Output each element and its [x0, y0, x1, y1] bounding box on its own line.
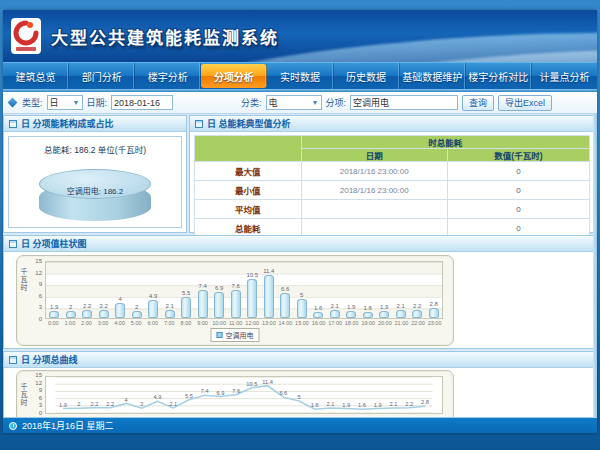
table-corner-cell: [195, 136, 302, 162]
x-tick-label: 22:00: [410, 320, 427, 326]
svg-text:7.4: 7.4: [201, 388, 209, 394]
x-tick-label: 2:00: [78, 320, 95, 326]
subitem-input[interactable]: [350, 95, 458, 110]
pie-panel-header: 日 分项能耗构成或占比: [4, 116, 186, 132]
bar[interactable]: [82, 310, 92, 318]
type-select[interactable]: 日▼: [47, 95, 83, 110]
bar-value-label: 1.9: [50, 304, 58, 310]
bar-value-label: 2.2: [100, 303, 108, 309]
nav-item-department-analysis[interactable]: 部门分析: [69, 63, 135, 89]
bar[interactable]: [66, 311, 76, 318]
bar-value-label: 2.1: [331, 303, 339, 309]
nav-item-building-comparison[interactable]: 楼宇分析对比: [466, 63, 532, 89]
line-y-axis-label: 千瓦时: [19, 383, 28, 407]
bar[interactable]: [346, 311, 356, 318]
bar[interactable]: [214, 292, 224, 318]
x-tick-label: 8:00: [178, 320, 195, 326]
nav-item-building-overview[interactable]: 建筑总览: [3, 63, 69, 89]
bar[interactable]: [396, 310, 406, 318]
nav-item-history-data[interactable]: 历史数据: [334, 63, 400, 89]
bar[interactable]: [99, 310, 109, 318]
bar-value-label: 2: [135, 304, 138, 310]
bar[interactable]: [429, 308, 439, 318]
panel-icon: [9, 240, 17, 248]
export-excel-button[interactable]: 导出Excel: [498, 95, 552, 111]
svg-text:1.6: 1.6: [358, 402, 366, 408]
y-tick-label: 0: [39, 316, 42, 322]
legend-swatch: [217, 332, 223, 338]
bar[interactable]: [297, 299, 307, 318]
bar[interactable]: [313, 312, 323, 318]
bar-value-label: 2.2: [413, 303, 421, 309]
bar-slot: 1.9: [343, 262, 360, 318]
bar[interactable]: [379, 311, 389, 318]
x-tick-label: 17:00: [327, 320, 344, 326]
bar[interactable]: [148, 300, 158, 318]
bar[interactable]: [115, 303, 125, 318]
y-tick-label: 3: [39, 304, 42, 310]
header-banner: 大型公共建筑能耗监测系统: [3, 10, 597, 62]
nav-item-realtime-data[interactable]: 实时数据: [267, 63, 333, 89]
category-select[interactable]: 电▼: [266, 95, 322, 110]
row-label: 平均值: [195, 200, 302, 219]
bar-slot: 6.6: [277, 262, 294, 318]
status-bar: 2018年1月16日 星期二: [3, 418, 597, 433]
bar[interactable]: [280, 293, 290, 318]
bar[interactable]: [363, 312, 373, 318]
bar-value-label: 2.2: [83, 303, 91, 309]
bar[interactable]: [181, 297, 191, 318]
nav-item-building-analysis[interactable]: 楼宇分析: [135, 63, 201, 89]
bar-value-label: 5.5: [182, 290, 190, 296]
date-input[interactable]: [111, 95, 173, 110]
bar-slot: 2.2: [79, 262, 96, 318]
svg-text:2.2: 2.2: [91, 401, 99, 407]
bar[interactable]: [165, 310, 175, 318]
bar[interactable]: [49, 311, 59, 318]
bar[interactable]: [198, 290, 208, 318]
nav-item-basic-data-maintenance[interactable]: 基础数据维护: [400, 63, 466, 89]
bar-value-label: 1.9: [347, 304, 355, 310]
bar[interactable]: [231, 290, 241, 318]
svg-text:1.9: 1.9: [59, 402, 67, 408]
col-header-date: 日期: [301, 149, 447, 162]
bar-slot: 2.8: [426, 262, 443, 318]
bar-value-label: 6.6: [281, 286, 289, 292]
bar[interactable]: [132, 311, 142, 318]
x-tick-label: 9:00: [194, 320, 211, 326]
bar[interactable]: [412, 310, 422, 318]
clock-icon: [9, 422, 17, 430]
pie-chart[interactable]: 空调用电: 186.2: [39, 169, 151, 223]
vertical-scrollbar[interactable]: [593, 114, 597, 418]
chevron-down-icon: ▼: [312, 99, 319, 106]
x-tick-label: 4:00: [111, 320, 128, 326]
status-date-text: 2018年1月16日 星期二: [22, 419, 114, 432]
bar-slot: 2.2: [409, 262, 426, 318]
x-tick-label: 23:00: [426, 320, 443, 326]
bar-slot: 5.5: [178, 262, 195, 318]
panel-icon: [9, 120, 17, 128]
y-tick-label: 12: [35, 380, 42, 386]
svg-text:2.2: 2.2: [106, 401, 114, 407]
x-tick-label: 20:00: [377, 320, 394, 326]
bar[interactable]: [264, 275, 274, 318]
bar-value-label: 2: [69, 304, 72, 310]
bar[interactable]: [247, 279, 257, 318]
bar[interactable]: [330, 310, 340, 318]
nav-item-metering-point-analysis[interactable]: 计量点分析: [532, 63, 597, 89]
line-chart-plot[interactable]: 1.922.22.2424.92.15.57.46.97.610.511.46.…: [45, 376, 443, 414]
svg-text:2.1: 2.1: [327, 401, 335, 407]
x-tick-label: 18:00: [343, 320, 360, 326]
bar-value-label: 2.1: [166, 303, 174, 309]
col-header-value: 数值(千瓦时): [447, 149, 589, 162]
x-tick-label: 21:00: [393, 320, 410, 326]
query-button[interactable]: 查询: [462, 95, 494, 111]
bar-chart-panel: 日 分项值柱状图 千瓦时 03691215 1.922.22.2424.92.1…: [3, 235, 595, 349]
svg-text:1.6: 1.6: [311, 402, 319, 408]
nav-item-subitem-analysis[interactable]: 分项分析: [201, 64, 267, 88]
line-chart-panel: 日 分项总曲线 千瓦时 03691215 1.922.22.2424.92.15…: [3, 351, 595, 418]
svg-text:1.9: 1.9: [342, 402, 350, 408]
bar-value-label: 7.4: [199, 283, 207, 289]
svg-text:2: 2: [140, 401, 143, 407]
bar-chart-plot[interactable]: 1.922.22.2424.92.15.57.46.97.610.511.46.…: [45, 261, 443, 319]
bar-slot: 6.9: [211, 262, 228, 318]
